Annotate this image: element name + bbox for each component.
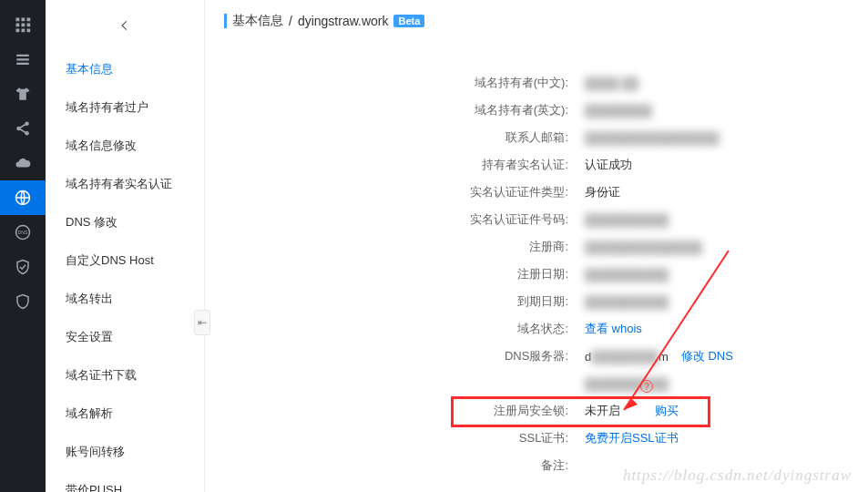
cloud-icon[interactable]: [0, 146, 46, 180]
sidebar: 基本信息 域名持有者过户 域名信息修改 域名持有者实名认证 DNS 修改 自定义…: [46, 0, 205, 492]
beta-badge: Beta: [393, 15, 424, 27]
svg-rect-9: [16, 55, 29, 56]
svg-rect-2: [27, 18, 31, 22]
breadcrumb-sep: /: [289, 14, 292, 28]
value-registrar: ██████████████: [585, 241, 702, 254]
sidebar-menu: 基本信息 域名持有者过户 域名信息修改 域名持有者实名认证 DNS 修改 自定义…: [46, 50, 204, 492]
label-email: 联系人邮箱:: [219, 129, 574, 146]
svg-rect-0: [16, 18, 20, 22]
label-remark: 备注:: [219, 457, 574, 474]
value-reglock: 未开启: [585, 403, 620, 419]
left-iconbar: DNS: [0, 0, 46, 492]
sidebar-item-security[interactable]: 安全设置: [46, 318, 204, 356]
value-idtype: 身份证: [585, 184, 620, 200]
value-regdate: ██████████: [585, 268, 669, 282]
globe-icon[interactable]: [0, 180, 46, 215]
sidebar-item-account-transfer[interactable]: 账号间转移: [46, 433, 204, 471]
apps-icon[interactable]: [0, 7, 46, 42]
sidebar-item-cert-download[interactable]: 域名证书下载: [46, 356, 204, 395]
sidebar-item-realname[interactable]: 域名持有者实名认证: [46, 165, 204, 203]
value-expdate: ██████████: [585, 295, 669, 309]
link-enable-ssl[interactable]: 免费开启SSL证书: [585, 430, 679, 446]
value-email: ████████████████: [585, 131, 719, 145]
breadcrumb-b: dyingstraw.work: [298, 14, 389, 28]
info-table: 域名持有者(中文):████ ██ 域名持有者(英文):████████ 联系人…: [219, 42, 868, 479]
sidebar-item-basic[interactable]: 基本信息: [46, 50, 204, 88]
label-idtype: 实名认证证件类型:: [219, 184, 574, 200]
sidebar-item-dns-modify[interactable]: DNS 修改: [46, 203, 204, 241]
label-dns: DNS服务器:: [219, 348, 574, 364]
label-idnum: 实名认证证件号码:: [219, 211, 574, 228]
value-dns2: ██████████: [585, 377, 669, 391]
sidebar-item-dns-resolve[interactable]: 域名解析: [46, 395, 204, 433]
svg-rect-8: [27, 29, 31, 33]
sidebar-item-transfer-out[interactable]: 域名转出: [46, 280, 204, 318]
back-button[interactable]: [46, 0, 204, 50]
value-owner-en: ████████: [585, 104, 652, 118]
value-dns: d████████m: [585, 350, 669, 364]
link-modify-dns[interactable]: 修改 DNS: [681, 348, 733, 364]
main-content: 基本信息 / dyingstraw.work Beta 域名持有者(中文):██…: [219, 0, 868, 492]
label-realname: 持有者实名认证:: [219, 157, 574, 173]
svg-rect-1: [22, 18, 26, 22]
sidebar-collapse-handle[interactable]: ⇤: [194, 310, 210, 335]
breadcrumb-a: 基本信息: [232, 13, 283, 29]
label-owner-cn: 域名持有者(中文):: [219, 75, 574, 91]
breadcrumb: 基本信息 / dyingstraw.work Beta: [219, 0, 868, 42]
svg-rect-11: [16, 63, 29, 65]
breadcrumb-accent: [224, 14, 227, 28]
label-registrar: 注册商:: [219, 239, 574, 255]
watermark: https://blog.csdn.net/dyingstraw: [623, 466, 852, 485]
value-idnum: ██████████: [585, 213, 669, 227]
sidebar-item-edit-info[interactable]: 域名信息修改: [46, 127, 204, 165]
sidebar-item-custom-dns[interactable]: 自定义DNS Host: [46, 241, 204, 280]
share-icon[interactable]: [0, 111, 46, 146]
dns-icon[interactable]: DNS: [0, 215, 46, 250]
help-icon[interactable]: ?: [640, 380, 653, 393]
svg-rect-3: [16, 24, 20, 27]
shield-check-icon[interactable]: [0, 250, 46, 284]
label-expdate: 到期日期:: [219, 293, 574, 310]
svg-rect-10: [16, 58, 29, 60]
list-icon[interactable]: [0, 42, 46, 77]
label-status: 域名状态:: [219, 321, 574, 337]
link-buy-lock[interactable]: 购买: [655, 403, 679, 419]
label-regdate: 注册日期:: [219, 266, 574, 282]
svg-rect-6: [16, 29, 20, 33]
label-ssl: SSL证书:: [219, 430, 574, 446]
value-owner-cn: ████ ██: [585, 77, 638, 90]
label-owner-en: 域名持有者(英文):: [219, 102, 574, 118]
svg-rect-4: [22, 24, 26, 27]
value-realname: 认证成功: [585, 157, 632, 173]
svg-rect-5: [27, 24, 31, 27]
svg-text:DNS: DNS: [17, 230, 28, 235]
shield-outline-icon[interactable]: [0, 284, 46, 319]
link-whois[interactable]: 查看 whois: [585, 321, 642, 337]
label-reglock: 注册局安全锁:: [219, 403, 574, 419]
tshirt-icon[interactable]: [0, 77, 46, 111]
sidebar-item-transfer-owner[interactable]: 域名持有者过户: [46, 88, 204, 127]
chevron-left-icon: [118, 15, 131, 36]
svg-rect-7: [22, 29, 26, 33]
sidebar-item-push[interactable]: 带价PUSH: [46, 471, 204, 492]
